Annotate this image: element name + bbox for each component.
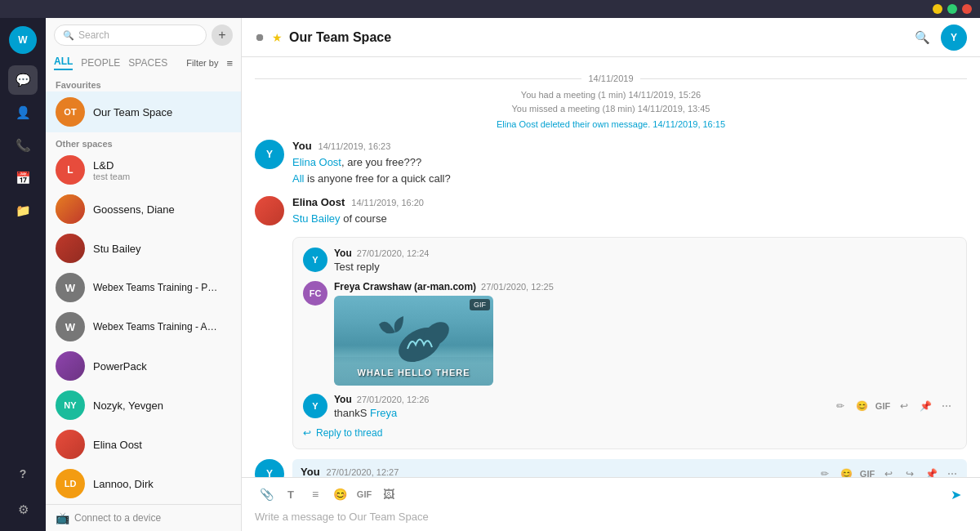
filter-tab-people[interactable]: PEOPLE bbox=[81, 57, 120, 69]
reply-icon: ↩ bbox=[303, 427, 311, 439]
recording-icon: ⏺ bbox=[255, 31, 265, 43]
minimize-button[interactable] bbox=[933, 4, 942, 14]
system-message-meeting2: You missed a meeting (18 min) 14/11/2019… bbox=[255, 104, 967, 114]
gif-react-icon[interactable]: GIF bbox=[873, 396, 893, 416]
filter-by-label[interactable]: Filter by bbox=[186, 58, 218, 68]
space-name: Our Team Space bbox=[93, 106, 231, 118]
star-icon[interactable]: ★ bbox=[272, 31, 283, 44]
user-avatar[interactable]: W bbox=[9, 26, 37, 54]
search-box[interactable]: 🔍 Search bbox=[54, 25, 207, 46]
forward-icon[interactable]: ↪ bbox=[900, 464, 920, 478]
filter-tab-spaces[interactable]: SPACES bbox=[128, 57, 167, 69]
space-name: Webex Teams Training - PM - 13/02/2020 bbox=[93, 282, 220, 293]
emoji-react-icon[interactable]: 😊 bbox=[852, 396, 871, 416]
calls-icon[interactable]: 📞 bbox=[8, 131, 38, 160]
thread-time: 27/01/2020, 12:24 bbox=[357, 248, 430, 258]
space-item-webex-pm[interactable]: W Webex Teams Training - PM - 13/02/2020 bbox=[46, 268, 241, 307]
message-elina-1: Elina Oost 14/11/2019, 16:20 Stu Bailey … bbox=[255, 196, 967, 227]
add-space-button[interactable]: + bbox=[212, 25, 233, 46]
space-name: Stu Bailey bbox=[93, 243, 141, 255]
thread-time: 27/01/2020, 12:25 bbox=[481, 282, 554, 292]
msg-text: Stu Bailey of course bbox=[292, 211, 967, 227]
msg-time: 14/11/2019, 16:23 bbox=[318, 141, 391, 151]
message-you-1: Y You 14/11/2019, 16:23 Elina Oost, are … bbox=[255, 140, 967, 186]
space-item-elina-oost-1[interactable]: Elina Oost bbox=[46, 425, 241, 464]
space-item-lannoo[interactable]: LD Lannoo, Dirk bbox=[46, 464, 241, 503]
msg-highlighted-box: You 27/01/2020, 12:27 All, just testing … bbox=[292, 459, 967, 478]
filter-icon[interactable]: ≡ bbox=[226, 57, 233, 69]
thread-msg-freya: FC Freya Crawshaw (ar-man.com) 27/01/202… bbox=[303, 281, 956, 386]
close-button[interactable] bbox=[962, 4, 972, 14]
space-item-goossens[interactable]: Goossens, Diane bbox=[46, 190, 241, 229]
space-name: Lannoo, Dirk bbox=[93, 478, 154, 490]
pin-icon[interactable]: 📌 bbox=[921, 464, 941, 478]
thread-sender: Freya Crawshaw (ar-man.com) bbox=[334, 281, 476, 292]
emoji-picker-icon[interactable]: 😊 bbox=[328, 483, 351, 506]
search-chat-button[interactable]: 🔍 bbox=[910, 25, 934, 50]
chat-header: ⏺ ★ Our Team Space 🔍 Y bbox=[242, 18, 980, 57]
thread-msg-you: Y You 27/01/2020, 12:24 Test reply bbox=[303, 248, 956, 273]
msg-avatar: Y bbox=[255, 140, 284, 169]
chat-main: ⏺ ★ Our Team Space 🔍 Y 14/11/2019 You ha… bbox=[242, 18, 980, 531]
image-icon[interactable]: 🖼 bbox=[377, 483, 400, 506]
other-spaces-label: Other spaces bbox=[46, 132, 241, 150]
space-item-powerpack[interactable]: PowerPack bbox=[46, 346, 241, 386]
connect-device-icon: 📺 bbox=[56, 511, 69, 524]
more-icon[interactable]: ⋯ bbox=[937, 396, 956, 416]
gif-icon[interactable]: GIF bbox=[858, 464, 877, 478]
help-icon[interactable]: ? bbox=[8, 459, 38, 489]
maximize-button[interactable] bbox=[947, 4, 957, 14]
filter-tab-all[interactable]: ALL bbox=[54, 56, 73, 70]
thread-avatar: Y bbox=[303, 394, 327, 418]
thread-sender: You bbox=[334, 394, 352, 405]
message-input[interactable]: Write a message to Our Team Space bbox=[255, 509, 967, 524]
reply-icon[interactable]: ↩ bbox=[879, 464, 898, 478]
thread-text: thankS Freya bbox=[334, 407, 824, 419]
msg-sender: You bbox=[301, 466, 320, 478]
text-format-icon[interactable]: T bbox=[279, 483, 302, 506]
send-icon[interactable]: ➤ bbox=[944, 483, 967, 506]
gif-badge: GIF bbox=[470, 299, 490, 310]
edit-icon[interactable]: ✏ bbox=[815, 464, 835, 478]
thread-container: Y You 27/01/2020, 12:24 Test reply FC bbox=[292, 237, 967, 449]
reply-thread-button[interactable]: ↩ Reply to thread bbox=[303, 422, 956, 439]
chat-messages: 14/11/2019 You had a meeting (1 min) 14/… bbox=[242, 57, 980, 477]
msg-actions-inline: ✏ 😊 GIF ↩ ↪ 📌 ⋯ bbox=[815, 464, 962, 478]
reply-icon[interactable]: ↩ bbox=[894, 396, 914, 416]
space-name: L&D bbox=[93, 159, 130, 172]
system-message-deleted: Elina Oost deleted their own message. 14… bbox=[255, 118, 967, 130]
space-name: Nozyk, Yevgen bbox=[93, 399, 163, 412]
attach-icon[interactable]: 📎 bbox=[255, 483, 278, 506]
space-name: PowerPack bbox=[93, 360, 147, 373]
thread-avatar: Y bbox=[303, 248, 327, 272]
messaging-icon[interactable]: 💬 bbox=[8, 65, 38, 95]
contacts-icon[interactable]: 👤 bbox=[8, 98, 38, 127]
space-item-stu-bailey[interactable]: Stu Bailey bbox=[46, 229, 241, 268]
files-icon[interactable]: 📁 bbox=[8, 196, 38, 225]
space-name: Elina Oost bbox=[93, 439, 142, 451]
msg-text-line2: All is anyone free for a quick call? bbox=[292, 171, 967, 187]
more-icon[interactable]: ⋯ bbox=[942, 464, 962, 478]
space-item-nozyk[interactable]: NY Nozyk, Yevgen bbox=[46, 386, 241, 425]
thread-msg-thanks: Y You 27/01/2020, 12:26 thankS Freya ✏ 😊… bbox=[303, 394, 956, 419]
gif-picker-icon[interactable]: GIF bbox=[353, 483, 376, 506]
msg-actions: ✏ 😊 GIF ↩ 📌 ⋯ bbox=[831, 394, 956, 419]
chat-input-area: 📎 T ≡ 😊 GIF 🖼 ➤ Write a message to Our T… bbox=[242, 477, 980, 531]
edit-icon[interactable]: ✏ bbox=[831, 396, 850, 416]
meetings-icon[interactable]: 📅 bbox=[8, 163, 38, 193]
list-icon[interactable]: ≡ bbox=[304, 483, 327, 506]
message-you-last: Y You 27/01/2020, 12:27 All, just testin… bbox=[255, 459, 967, 478]
space-item-webex-am[interactable]: W Webex Teams Training - AM - 13/02/2020 bbox=[46, 307, 241, 346]
space-item-our-team-space[interactable]: OT Our Team Space bbox=[46, 91, 241, 132]
header-user-avatar[interactable]: Y bbox=[941, 25, 967, 51]
msg-sender: Elina Oost bbox=[292, 196, 345, 208]
settings-icon[interactable]: ⚙ bbox=[8, 495, 38, 524]
msg-text-line1: Elina Oost, are you free??? bbox=[292, 154, 967, 171]
emoji-icon[interactable]: 😊 bbox=[836, 464, 856, 478]
thread-text: Test reply bbox=[334, 261, 956, 273]
connect-device-button[interactable]: 📺 Connect to a device bbox=[46, 504, 241, 531]
thread-sender: You bbox=[334, 248, 352, 259]
space-item-ld[interactable]: L L&D test team bbox=[46, 150, 241, 190]
pin-icon[interactable]: 📌 bbox=[915, 396, 935, 416]
msg-time: 27/01/2020, 12:27 bbox=[327, 467, 399, 477]
